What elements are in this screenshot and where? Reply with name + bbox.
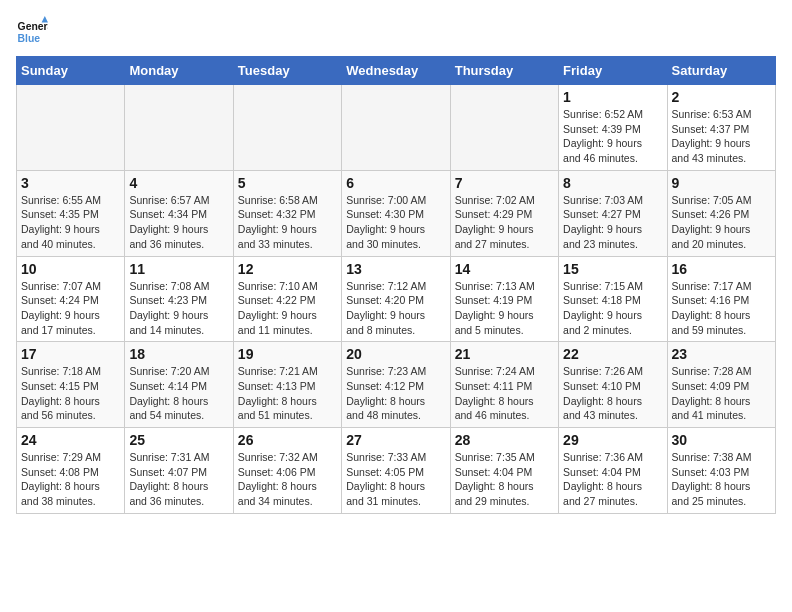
svg-text:Blue: Blue: [18, 33, 41, 44]
day-info: Sunrise: 7:17 AM Sunset: 4:16 PM Dayligh…: [672, 279, 771, 338]
day-number: 18: [129, 346, 228, 362]
weekday-header: Sunday: [17, 57, 125, 85]
day-number: 22: [563, 346, 662, 362]
calendar-cell: 30Sunrise: 7:38 AM Sunset: 4:03 PM Dayli…: [667, 428, 775, 514]
day-number: 2: [672, 89, 771, 105]
day-info: Sunrise: 7:21 AM Sunset: 4:13 PM Dayligh…: [238, 364, 337, 423]
calendar-cell: 13Sunrise: 7:12 AM Sunset: 4:20 PM Dayli…: [342, 256, 450, 342]
calendar-cell: 11Sunrise: 7:08 AM Sunset: 4:23 PM Dayli…: [125, 256, 233, 342]
day-number: 19: [238, 346, 337, 362]
svg-marker-2: [42, 16, 48, 22]
day-number: 10: [21, 261, 120, 277]
day-number: 11: [129, 261, 228, 277]
weekday-header: Thursday: [450, 57, 558, 85]
day-info: Sunrise: 7:05 AM Sunset: 4:26 PM Dayligh…: [672, 193, 771, 252]
calendar-cell: 28Sunrise: 7:35 AM Sunset: 4:04 PM Dayli…: [450, 428, 558, 514]
day-info: Sunrise: 7:23 AM Sunset: 4:12 PM Dayligh…: [346, 364, 445, 423]
day-number: 1: [563, 89, 662, 105]
calendar-cell: 7Sunrise: 7:02 AM Sunset: 4:29 PM Daylig…: [450, 170, 558, 256]
day-info: Sunrise: 7:15 AM Sunset: 4:18 PM Dayligh…: [563, 279, 662, 338]
day-number: 7: [455, 175, 554, 191]
calendar-cell: [17, 85, 125, 171]
calendar-cell: 20Sunrise: 7:23 AM Sunset: 4:12 PM Dayli…: [342, 342, 450, 428]
day-number: 21: [455, 346, 554, 362]
calendar-cell: 29Sunrise: 7:36 AM Sunset: 4:04 PM Dayli…: [559, 428, 667, 514]
calendar-cell: 3Sunrise: 6:55 AM Sunset: 4:35 PM Daylig…: [17, 170, 125, 256]
calendar-table: SundayMondayTuesdayWednesdayThursdayFrid…: [16, 56, 776, 514]
day-info: Sunrise: 7:28 AM Sunset: 4:09 PM Dayligh…: [672, 364, 771, 423]
weekday-header: Tuesday: [233, 57, 341, 85]
day-number: 9: [672, 175, 771, 191]
calendar-cell: 2Sunrise: 6:53 AM Sunset: 4:37 PM Daylig…: [667, 85, 775, 171]
day-info: Sunrise: 7:35 AM Sunset: 4:04 PM Dayligh…: [455, 450, 554, 509]
day-info: Sunrise: 7:12 AM Sunset: 4:20 PM Dayligh…: [346, 279, 445, 338]
calendar-header: SundayMondayTuesdayWednesdayThursdayFrid…: [17, 57, 776, 85]
day-number: 6: [346, 175, 445, 191]
day-info: Sunrise: 7:38 AM Sunset: 4:03 PM Dayligh…: [672, 450, 771, 509]
header: General Blue: [16, 16, 776, 48]
day-number: 24: [21, 432, 120, 448]
day-number: 8: [563, 175, 662, 191]
day-number: 3: [21, 175, 120, 191]
day-info: Sunrise: 7:10 AM Sunset: 4:22 PM Dayligh…: [238, 279, 337, 338]
calendar-cell: 18Sunrise: 7:20 AM Sunset: 4:14 PM Dayli…: [125, 342, 233, 428]
weekday-header: Wednesday: [342, 57, 450, 85]
day-number: 20: [346, 346, 445, 362]
calendar-cell: 27Sunrise: 7:33 AM Sunset: 4:05 PM Dayli…: [342, 428, 450, 514]
day-info: Sunrise: 6:57 AM Sunset: 4:34 PM Dayligh…: [129, 193, 228, 252]
day-number: 5: [238, 175, 337, 191]
calendar-cell: 21Sunrise: 7:24 AM Sunset: 4:11 PM Dayli…: [450, 342, 558, 428]
calendar-cell: 24Sunrise: 7:29 AM Sunset: 4:08 PM Dayli…: [17, 428, 125, 514]
day-info: Sunrise: 6:53 AM Sunset: 4:37 PM Dayligh…: [672, 107, 771, 166]
calendar-cell: [125, 85, 233, 171]
day-info: Sunrise: 7:08 AM Sunset: 4:23 PM Dayligh…: [129, 279, 228, 338]
calendar-cell: [342, 85, 450, 171]
day-info: Sunrise: 7:20 AM Sunset: 4:14 PM Dayligh…: [129, 364, 228, 423]
calendar-cell: 10Sunrise: 7:07 AM Sunset: 4:24 PM Dayli…: [17, 256, 125, 342]
day-info: Sunrise: 7:36 AM Sunset: 4:04 PM Dayligh…: [563, 450, 662, 509]
day-info: Sunrise: 7:26 AM Sunset: 4:10 PM Dayligh…: [563, 364, 662, 423]
day-info: Sunrise: 7:07 AM Sunset: 4:24 PM Dayligh…: [21, 279, 120, 338]
calendar-cell: 8Sunrise: 7:03 AM Sunset: 4:27 PM Daylig…: [559, 170, 667, 256]
day-info: Sunrise: 7:02 AM Sunset: 4:29 PM Dayligh…: [455, 193, 554, 252]
day-info: Sunrise: 7:32 AM Sunset: 4:06 PM Dayligh…: [238, 450, 337, 509]
day-number: 14: [455, 261, 554, 277]
weekday-header: Friday: [559, 57, 667, 85]
day-number: 17: [21, 346, 120, 362]
day-info: Sunrise: 7:13 AM Sunset: 4:19 PM Dayligh…: [455, 279, 554, 338]
day-info: Sunrise: 7:29 AM Sunset: 4:08 PM Dayligh…: [21, 450, 120, 509]
logo-icon: General Blue: [16, 16, 48, 48]
calendar-cell: 25Sunrise: 7:31 AM Sunset: 4:07 PM Dayli…: [125, 428, 233, 514]
day-number: 28: [455, 432, 554, 448]
weekday-header: Saturday: [667, 57, 775, 85]
day-info: Sunrise: 6:55 AM Sunset: 4:35 PM Dayligh…: [21, 193, 120, 252]
weekday-header: Monday: [125, 57, 233, 85]
day-number: 16: [672, 261, 771, 277]
day-number: 4: [129, 175, 228, 191]
calendar-cell: 15Sunrise: 7:15 AM Sunset: 4:18 PM Dayli…: [559, 256, 667, 342]
calendar-cell: 14Sunrise: 7:13 AM Sunset: 4:19 PM Dayli…: [450, 256, 558, 342]
calendar-cell: 1Sunrise: 6:52 AM Sunset: 4:39 PM Daylig…: [559, 85, 667, 171]
day-number: 23: [672, 346, 771, 362]
day-info: Sunrise: 6:52 AM Sunset: 4:39 PM Dayligh…: [563, 107, 662, 166]
day-number: 30: [672, 432, 771, 448]
calendar-cell: 22Sunrise: 7:26 AM Sunset: 4:10 PM Dayli…: [559, 342, 667, 428]
calendar-cell: 6Sunrise: 7:00 AM Sunset: 4:30 PM Daylig…: [342, 170, 450, 256]
day-info: Sunrise: 7:03 AM Sunset: 4:27 PM Dayligh…: [563, 193, 662, 252]
day-number: 27: [346, 432, 445, 448]
logo: General Blue: [16, 16, 52, 48]
day-info: Sunrise: 7:31 AM Sunset: 4:07 PM Dayligh…: [129, 450, 228, 509]
calendar-cell: [233, 85, 341, 171]
svg-text:General: General: [18, 21, 48, 32]
calendar-cell: 9Sunrise: 7:05 AM Sunset: 4:26 PM Daylig…: [667, 170, 775, 256]
calendar-cell: 17Sunrise: 7:18 AM Sunset: 4:15 PM Dayli…: [17, 342, 125, 428]
calendar-cell: 12Sunrise: 7:10 AM Sunset: 4:22 PM Dayli…: [233, 256, 341, 342]
calendar-cell: 23Sunrise: 7:28 AM Sunset: 4:09 PM Dayli…: [667, 342, 775, 428]
day-number: 15: [563, 261, 662, 277]
day-info: Sunrise: 7:24 AM Sunset: 4:11 PM Dayligh…: [455, 364, 554, 423]
calendar-cell: 4Sunrise: 6:57 AM Sunset: 4:34 PM Daylig…: [125, 170, 233, 256]
calendar-cell: 5Sunrise: 6:58 AM Sunset: 4:32 PM Daylig…: [233, 170, 341, 256]
day-number: 26: [238, 432, 337, 448]
day-info: Sunrise: 7:18 AM Sunset: 4:15 PM Dayligh…: [21, 364, 120, 423]
day-info: Sunrise: 7:33 AM Sunset: 4:05 PM Dayligh…: [346, 450, 445, 509]
